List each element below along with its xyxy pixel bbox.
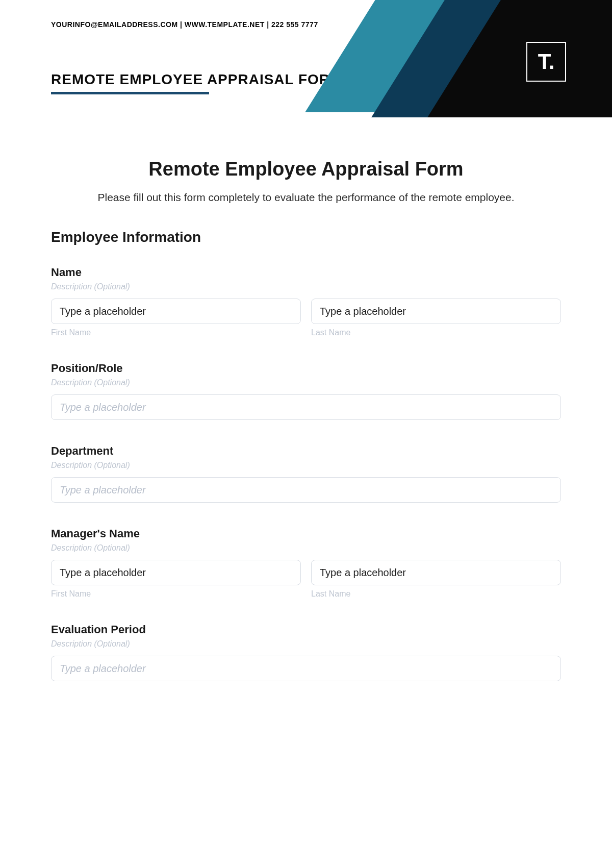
sub-label-last-name: Last Name <box>311 328 561 337</box>
first-name-input[interactable] <box>51 299 301 324</box>
department-input[interactable] <box>51 477 561 503</box>
position-input[interactable] <box>51 394 561 420</box>
form-intro: Please fill out this form completely to … <box>51 191 561 204</box>
form-container: Remote Employee Appraisal Form Please fi… <box>0 117 612 726</box>
field-label-name: Name <box>51 266 561 279</box>
header-title: REMOTE EMPLOYEE APPRAISAL FORM <box>51 71 342 88</box>
field-label-department: Department <box>51 444 561 458</box>
field-desc-manager: Description (Optional) <box>51 543 561 553</box>
field-desc-department: Description (Optional) <box>51 461 561 470</box>
manager-last-name-input[interactable] <box>311 560 561 585</box>
field-group-position: Position/Role Description (Optional) <box>51 362 561 420</box>
hero-graphic: T. <box>326 0 612 117</box>
last-name-input[interactable] <box>311 299 561 324</box>
sub-label-first-name: First Name <box>51 328 301 337</box>
field-group-department: Department Description (Optional) <box>51 444 561 503</box>
field-label-position: Position/Role <box>51 362 561 375</box>
section-heading-employee-info: Employee Information <box>51 229 561 245</box>
title-underline <box>51 92 209 94</box>
field-desc-position: Description (Optional) <box>51 378 561 387</box>
document-header: YOURINFO@EMAILADDRESS.COM | WWW.TEMPLATE… <box>0 0 612 117</box>
field-label-manager: Manager's Name <box>51 527 561 540</box>
header-contact-line: YOURINFO@EMAILADDRESS.COM | WWW.TEMPLATE… <box>51 20 318 29</box>
field-group-evaluation: Evaluation Period Description (Optional) <box>51 623 561 681</box>
manager-first-name-input[interactable] <box>51 560 301 585</box>
field-label-evaluation: Evaluation Period <box>51 623 561 636</box>
field-group-name: Name Description (Optional) First Name L… <box>51 266 561 337</box>
logo-text: T. <box>538 51 555 72</box>
form-title: Remote Employee Appraisal Form <box>51 158 561 180</box>
sub-label-manager-last: Last Name <box>311 589 561 599</box>
field-desc-name: Description (Optional) <box>51 282 561 291</box>
sub-label-manager-first: First Name <box>51 589 301 599</box>
field-group-manager: Manager's Name Description (Optional) Fi… <box>51 527 561 599</box>
logo-box: T. <box>526 42 566 82</box>
header-title-block: REMOTE EMPLOYEE APPRAISAL FORM <box>51 71 342 94</box>
field-desc-evaluation: Description (Optional) <box>51 639 561 649</box>
evaluation-input[interactable] <box>51 656 561 681</box>
